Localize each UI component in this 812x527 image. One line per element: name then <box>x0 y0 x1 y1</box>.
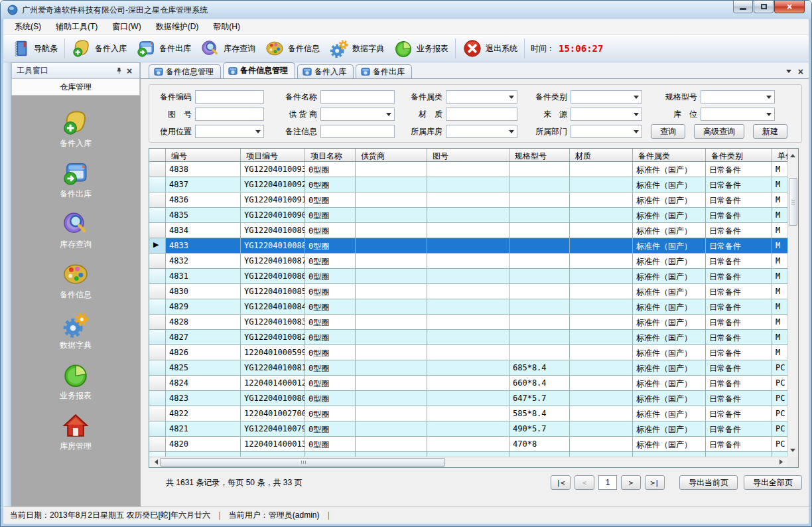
table-row[interactable]: 4824 1220401400012 0型圈 660*8.4 标准件（国产） 日… <box>149 376 787 391</box>
part-name-input[interactable] <box>320 90 395 104</box>
toolbar-data-dictionary[interactable]: 数据字典 <box>324 37 389 60</box>
column-header-spec[interactable]: 规格型号 <box>509 149 570 161</box>
page-number-input[interactable] <box>598 475 617 490</box>
advanced-query-button[interactable]: 高级查询 <box>694 124 744 139</box>
row-selector-cell[interactable] <box>149 437 166 451</box>
column-header-type[interactable]: 备件类别 <box>706 149 772 161</box>
export-current-page-button[interactable]: 导出当前页 <box>679 475 738 490</box>
row-selector-cell[interactable] <box>149 330 166 344</box>
sidebar-item-parts-info[interactable]: 备件信息 <box>60 260 92 301</box>
tab-list-dropdown[interactable] <box>786 70 791 76</box>
row-selector-cell[interactable] <box>149 254 166 268</box>
column-header-material[interactable]: 材质 <box>570 149 633 161</box>
location-select[interactable] <box>701 108 775 121</box>
drawing-no-input[interactable] <box>195 108 264 121</box>
tab-parts-info-manage-2[interactable]: 备件信息管理 <box>223 62 295 78</box>
table-row[interactable]: ▶ 4833 YG12204010088 0型圈 标准件（国产） 日常备件 M <box>149 238 787 254</box>
row-selector-cell[interactable] <box>149 315 166 329</box>
tab-parts-info-manage-1[interactable]: 备件信息管理 <box>149 64 221 78</box>
row-selector-cell[interactable] <box>149 284 166 299</box>
table-row[interactable]: 4820 1220401400013 0型圈 470*8 标准件（国产） 日常备… <box>149 437 787 452</box>
warehouse-select[interactable] <box>446 125 517 138</box>
table-row[interactable]: 4822 1220401002700 0型圈 585*8.4 标准件（国产） 日… <box>149 406 787 421</box>
pin-button[interactable] <box>113 66 124 76</box>
menu-window[interactable]: 窗口(W) <box>105 19 148 35</box>
column-header-supplier[interactable]: 供货商 <box>356 149 427 161</box>
part-category-select[interactable] <box>571 90 642 104</box>
toolbar-parts-inbound[interactable]: 备件入库 <box>67 37 131 60</box>
sidebar-item-warehouse-manage[interactable]: 库房管理 <box>60 412 92 452</box>
material-input[interactable] <box>446 108 517 121</box>
scroll-up-arrow[interactable] <box>788 149 797 159</box>
source-select[interactable] <box>571 108 642 121</box>
prev-page-button[interactable]: < <box>575 475 594 490</box>
sidebar-section-header[interactable]: 仓库管理 <box>11 79 140 96</box>
column-header-project-code[interactable]: 项目编号 <box>241 149 305 161</box>
row-selector-cell[interactable] <box>149 192 166 207</box>
tab-parts-outbound[interactable]: 备件出库 <box>356 64 412 78</box>
vertical-scrollbar[interactable] <box>787 149 798 457</box>
last-page-button[interactable]: >| <box>645 475 665 490</box>
row-selector-cell[interactable] <box>149 406 166 421</box>
toolbar-business-report[interactable]: 业务报表 <box>389 37 453 60</box>
maximize-button[interactable] <box>754 1 774 13</box>
table-row[interactable] <box>149 452 787 457</box>
department-select[interactable] <box>571 125 642 138</box>
close-panel-button[interactable]: × <box>124 66 135 76</box>
toolbar-parts-outbound[interactable]: 备件出库 <box>131 37 196 60</box>
sidebar-item-data-dictionary[interactable]: 数据字典 <box>60 311 92 351</box>
toolbar-navbar[interactable]: 导航条 <box>6 37 62 60</box>
supplier-select[interactable] <box>320 108 395 121</box>
sidebar-item-business-report[interactable]: 业务报表 <box>60 361 92 402</box>
first-page-button[interactable]: |< <box>551 475 571 490</box>
table-row[interactable]: 4827 YG12204010082 0型圈 标准件（国产） 日常备件 M <box>149 330 787 345</box>
table-row[interactable]: 4823 YG12204010080 0型圈 647*5.7 标准件（国产） 日… <box>149 391 787 406</box>
row-selector-cell[interactable] <box>149 452 166 457</box>
new-button[interactable]: 新建 <box>753 124 787 139</box>
sidebar-item-stock-query[interactable]: 库存查询 <box>60 210 92 250</box>
vertical-scroll-thumb[interactable] <box>789 178 797 226</box>
column-header-id[interactable]: 编号 <box>166 149 241 161</box>
table-row[interactable]: 4831 YG12204010086 0型圈 标准件（国产） 日常备件 M <box>149 269 787 284</box>
table-row[interactable]: 4837 YG12204010092 0型圈 标准件（国产） 日常备件 M <box>149 177 787 192</box>
toolbar-parts-info[interactable]: 备件信息 <box>260 37 324 60</box>
tab-close-icon[interactable]: × <box>798 68 803 76</box>
row-selector-cell[interactable] <box>149 223 166 238</box>
export-all-pages-button[interactable]: 导出全部页 <box>744 475 802 490</box>
menu-data-maintenance[interactable]: 数据维护(D) <box>149 19 206 35</box>
table-row[interactable]: 4825 YG12204010081 0型圈 685*8.4 标准件（国产） 日… <box>149 360 787 376</box>
table-row[interactable]: 4821 YG12204010079 0型圈 490*5.7 标准件（国产） 日… <box>149 421 787 437</box>
spec-model-select[interactable] <box>701 90 775 104</box>
tab-parts-inbound[interactable]: 备件入库 <box>297 64 354 78</box>
scroll-right-arrow[interactable] <box>778 457 787 467</box>
scroll-left-arrow[interactable] <box>150 457 159 467</box>
column-header-category[interactable]: 备件属类 <box>633 149 706 161</box>
row-selector-cell[interactable] <box>149 345 166 360</box>
row-selector-cell[interactable] <box>149 299 166 314</box>
table-row[interactable]: 4828 YG12204010083 0型圈 标准件（国产） 日常备件 M <box>149 315 787 330</box>
toolbar-stock-query[interactable]: 库存查询 <box>196 37 260 60</box>
table-row[interactable]: 4826 1220401000599 0型圈 标准件（国产） 日常备件 M <box>149 345 787 360</box>
table-row[interactable]: 4834 YG12204010089 0型圈 标准件（国产） 日常备件 M <box>149 223 787 238</box>
horizontal-scrollbar[interactable] <box>149 457 787 467</box>
column-header-drawing-no[interactable]: 图号 <box>427 149 509 161</box>
table-row[interactable]: 4838 YG12204010093 0型圈 标准件（国产） 日常备件 M <box>149 162 787 177</box>
row-selector-cell[interactable] <box>149 208 166 222</box>
table-row[interactable]: 4836 YG12204010091 0型圈 标准件（国产） 日常备件 M <box>149 192 787 208</box>
table-row[interactable]: 4830 YG12204010085 0型圈 标准件（国产） 日常备件 M <box>149 284 787 299</box>
menu-help[interactable]: 帮助(H) <box>206 19 247 35</box>
row-selector-cell[interactable] <box>149 376 166 390</box>
row-selector-cell[interactable] <box>149 177 166 192</box>
row-selector-cell[interactable] <box>149 391 166 406</box>
row-selector-cell[interactable]: ▶ <box>149 238 166 253</box>
query-button[interactable]: 查询 <box>651 124 685 139</box>
row-selector-cell[interactable] <box>149 421 166 436</box>
column-header-unit[interactable]: 单位 <box>772 149 787 161</box>
row-selector-cell[interactable] <box>149 269 166 283</box>
table-row[interactable]: 4829 YG12204010084 0型圈 标准件（国产） 日常备件 M <box>149 299 787 315</box>
table-row[interactable]: 4835 YG12204010090 0型圈 标准件（国产） 日常备件 M <box>149 208 787 223</box>
remark-input[interactable] <box>320 125 395 138</box>
scroll-down-arrow[interactable] <box>788 447 797 456</box>
horizontal-scroll-thumb[interactable] <box>160 458 445 467</box>
sidebar-item-parts-inbound[interactable]: 备件入库 <box>60 109 92 149</box>
